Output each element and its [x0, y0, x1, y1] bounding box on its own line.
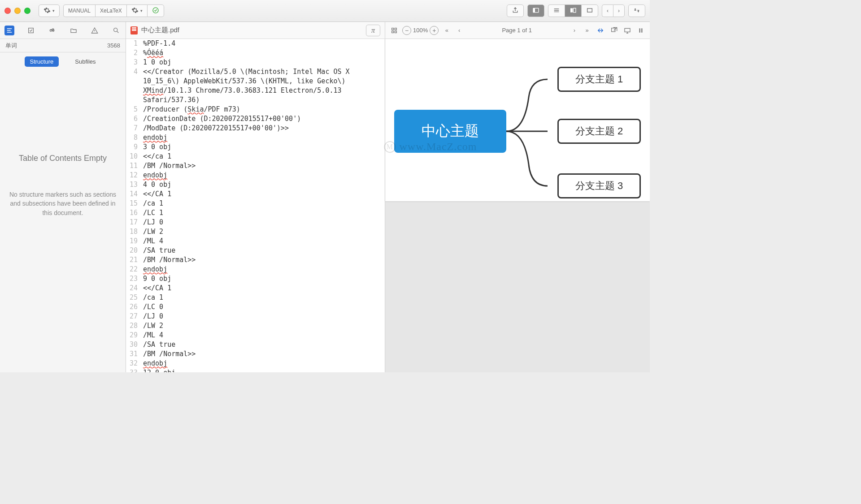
lines-icon: [553, 7, 560, 15]
warning-icon[interactable]: [90, 26, 100, 35]
svg-rect-15: [625, 28, 630, 32]
infinity-icon[interactable]: [47, 26, 57, 35]
titlebar: ▾ MANUAL XeLaTeX ▾ ‹ ›: [0, 0, 650, 22]
preview-panel: − 100% + « ‹ Page 1 of 1 › »: [385, 22, 650, 372]
svg-rect-17: [641, 28, 642, 32]
empty-title: Table of Contents Empty: [19, 154, 107, 163]
first-page-button[interactable]: «: [441, 25, 452, 36]
svg-rect-4: [574, 8, 576, 12]
last-page-button[interactable]: »: [582, 25, 592, 36]
svg-point-7: [50, 30, 52, 31]
settings-button[interactable]: ▾: [39, 4, 60, 17]
sidebar-tabs: Structure Subfiles: [0, 52, 126, 69]
zoom-icon[interactable]: [24, 8, 30, 14]
preview-page[interactable]: 中心主题 分支主题 1 分支主题 2 分支主题 3: [385, 39, 650, 201]
zoom-out-button[interactable]: −: [402, 26, 411, 35]
code-area[interactable]: 1%PDF-1.42%Óëéá31 0 obj4<</Creator (Mozi…: [126, 39, 385, 372]
pdf-file-icon: [130, 26, 138, 34]
filename: 中心主题.pdf: [141, 26, 362, 34]
share-icon: [512, 7, 519, 15]
nav-segment: ‹ ›: [602, 4, 625, 17]
outline-icon[interactable]: [4, 26, 14, 35]
compile-segment: MANUAL XeLaTeX ▾: [63, 4, 164, 17]
chevron-down-icon: ▾: [52, 9, 55, 13]
check-circle-icon: [152, 7, 159, 15]
sync-button[interactable]: [628, 4, 645, 17]
mindmap-branch-node: 分支主题 2: [557, 119, 641, 144]
layout-preview-only[interactable]: [581, 4, 598, 17]
chevron-right-icon: ›: [618, 8, 620, 14]
svg-rect-16: [639, 28, 640, 32]
svg-rect-13: [395, 31, 396, 33]
window-controls: [4, 8, 30, 14]
nav-back-button[interactable]: ‹: [602, 4, 613, 17]
svg-point-9: [114, 28, 117, 31]
rect-icon: [586, 7, 593, 15]
word-count-row: 单词 3568: [0, 39, 126, 52]
zoom-control: − 100% +: [402, 26, 439, 35]
checkbox-icon[interactable]: [26, 26, 36, 35]
sidebar-toolbar: [0, 22, 126, 39]
chevron-left-icon: ‹: [607, 8, 609, 14]
share-button[interactable]: [507, 4, 524, 17]
editor-header: 中心主题.pdf π: [126, 22, 385, 39]
watermark-text: www.MacZ.com: [399, 141, 477, 153]
layout-segment: [548, 4, 598, 17]
mindmap-branch-node: 分支主题 1: [557, 67, 641, 92]
mindmap-branch-node: 分支主题 3: [557, 173, 641, 198]
minimize-icon[interactable]: [14, 8, 21, 14]
page-nav-back: « ‹: [441, 25, 465, 36]
display-icon[interactable]: [622, 25, 633, 36]
svg-rect-5: [587, 9, 592, 12]
engine-settings-button[interactable]: ▾: [126, 4, 147, 17]
panel-icon: [532, 7, 539, 15]
svg-rect-6: [28, 28, 33, 33]
empty-body: No structure markers such as sections an…: [7, 190, 118, 217]
nav-forward-button[interactable]: ›: [613, 4, 625, 17]
layout-editor-only[interactable]: [548, 4, 565, 17]
pause-icon[interactable]: [635, 25, 646, 36]
page-nav-fwd: › »: [569, 25, 592, 36]
watermark: M www.MacZ.com: [384, 141, 477, 153]
word-count-value: 3568: [107, 42, 120, 49]
sidebar: 单词 3568 Structure Subfiles Table of Cont…: [0, 22, 126, 372]
empty-state: Table of Contents Empty No structure mar…: [0, 69, 126, 372]
tab-subfiles[interactable]: Subfiles: [70, 56, 101, 67]
preview-toolbar: − 100% + « ‹ Page 1 of 1 › »: [385, 22, 650, 39]
grid-icon[interactable]: [389, 25, 400, 36]
svg-rect-2: [533, 8, 535, 12]
layout-split[interactable]: [565, 4, 581, 17]
split-icon: [570, 7, 577, 15]
connector-lines: [506, 75, 560, 191]
close-icon[interactable]: [4, 8, 11, 14]
manual-button[interactable]: MANUAL: [63, 4, 95, 17]
gear-icon: [43, 7, 51, 15]
svg-rect-3: [570, 8, 573, 12]
svg-rect-11: [395, 28, 396, 30]
crop-icon[interactable]: [595, 25, 606, 36]
page-indicator: Page 1 of 1: [467, 27, 566, 34]
word-count-label: 单词: [5, 42, 17, 50]
svg-rect-10: [392, 28, 394, 30]
editor-panel: 中心主题.pdf π 1%PDF-1.42%Óëéá31 0 obj4<</Cr…: [126, 22, 385, 372]
folder-icon[interactable]: [69, 26, 78, 35]
math-button[interactable]: π: [366, 25, 380, 36]
sync-icon: [633, 7, 640, 15]
prev-page-button[interactable]: ‹: [454, 25, 465, 36]
gear-icon: [131, 7, 139, 15]
zoom-level: 100%: [413, 27, 428, 34]
zoom-in-button[interactable]: +: [430, 26, 439, 35]
sidebar-toggle-button[interactable]: [527, 4, 544, 17]
engine-button[interactable]: XeLaTeX: [95, 4, 126, 17]
next-page-button[interactable]: ›: [569, 25, 580, 36]
external-icon[interactable]: [609, 25, 619, 36]
tab-structure[interactable]: Structure: [25, 56, 59, 67]
svg-rect-12: [392, 31, 394, 33]
search-icon[interactable]: [111, 26, 121, 35]
compile-status-button[interactable]: [147, 4, 164, 17]
watermark-icon: M: [384, 141, 396, 153]
